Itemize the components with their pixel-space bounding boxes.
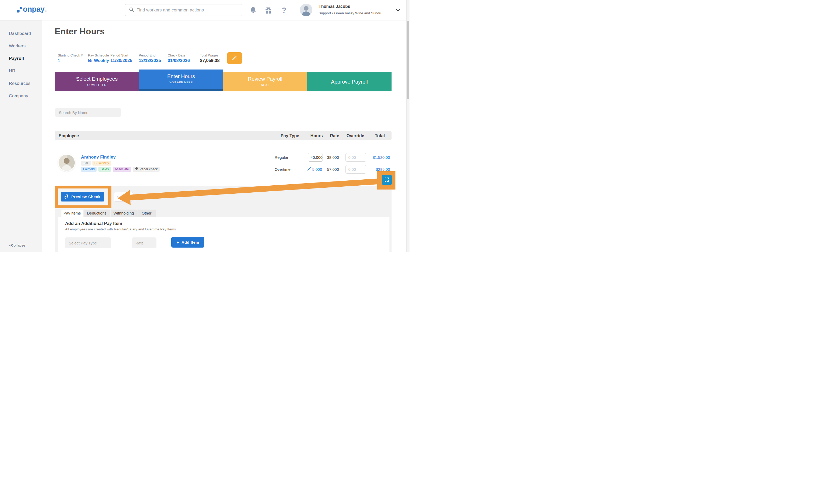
pencil-icon — [307, 167, 311, 172]
check-date-value: 01/08/2026 — [168, 58, 190, 63]
onpay-logo-text: onpay — [23, 5, 45, 13]
sidebar-item-company[interactable]: Company — [0, 90, 42, 102]
regular-total: $1,520.00 — [364, 155, 390, 160]
table-header: Employee Pay Type Hours Rate Override To… — [55, 131, 392, 140]
page-scrollbar[interactable] — [406, 0, 409, 252]
annotation-preview-check-highlight: Preview Check — [55, 186, 111, 208]
global-search-input[interactable] — [136, 8, 242, 13]
pen-check-icon — [65, 194, 69, 199]
total-wages-value: $7,059.38 — [200, 58, 220, 63]
payment-method-badge: Paper check — [133, 167, 160, 172]
payroll-progress-steps: Select Employees COMPLETED Enter Hours Y… — [55, 70, 392, 91]
employee-name-link[interactable]: Anthony Findley — [81, 155, 116, 160]
col-pay-type: Pay Type — [281, 133, 299, 138]
overtime-override-input[interactable] — [345, 165, 366, 174]
notifications-bell-icon[interactable] — [249, 6, 257, 14]
employee-badges-row2: Fairfield Sales Associate Paper check — [81, 167, 160, 172]
chevron-down-icon[interactable] — [396, 8, 400, 12]
tab-withholding[interactable]: Withholding — [111, 210, 137, 217]
onpay-logo[interactable]: onpay ® — [17, 5, 47, 13]
sidebar-item-resources[interactable]: Resources — [0, 77, 42, 90]
period-start-value: 11/30/2025 — [110, 58, 132, 63]
overtime-rate: 57.000 — [321, 167, 339, 172]
user-name: Thomas Jacobs — [319, 4, 350, 9]
sidebar-item-payroll[interactable]: Payroll — [0, 52, 42, 65]
summary-check-date: Check Date 01/08/2026 — [168, 53, 190, 63]
preview-check-button[interactable]: Preview Check — [61, 192, 104, 201]
sidebar-item-hr[interactable]: HR — [0, 65, 42, 77]
period-end-value: 12/13/2025 — [139, 58, 161, 63]
employee-badges-row1: 101 Bi-Weekly — [81, 161, 111, 166]
overtime-hours-link[interactable]: 5.000 — [297, 167, 322, 172]
step-approve-payroll[interactable]: Approve Payroll — [307, 72, 392, 91]
select-pay-type-input[interactable] — [65, 237, 111, 248]
user-company: Support • Green Valley Wine and Sundri..… — [319, 11, 388, 15]
department-badge: Sales — [98, 167, 111, 172]
step-review-payroll[interactable]: Review Payroll NEXT — [223, 72, 307, 91]
onpay-logo-mark-icon — [17, 5, 22, 13]
add-item-button[interactable]: + Add Item — [171, 237, 204, 248]
magic-wand-icon — [232, 55, 237, 61]
printer-icon — [135, 167, 138, 172]
add-pay-item-subtitle: All employees are created with Regular/S… — [65, 227, 176, 231]
expand-icon — [385, 178, 389, 182]
expand-row-button[interactable] — [382, 175, 392, 185]
sidebar-collapse-button[interactable]: ◂Collapse — [9, 243, 25, 247]
col-hours: Hours — [302, 133, 323, 138]
employee-avatar — [59, 155, 75, 171]
collapse-icon: ◂ — [9, 244, 10, 247]
plus-icon: + — [177, 240, 179, 245]
summary-pay-schedule: Pay Schedule Bi-Weekly — [88, 53, 109, 63]
step-enter-hours[interactable]: Enter Hours YOU ARE HERE — [139, 70, 223, 91]
regular-override-input[interactable] — [345, 153, 366, 162]
search-by-name-input[interactable] — [55, 108, 121, 117]
tab-pay-items[interactable]: Pay Items — [61, 210, 83, 217]
summary-total-wages: Total Wages $7,059.38 — [200, 53, 220, 63]
sidebar-item-workers[interactable]: Workers — [0, 40, 42, 52]
gift-icon[interactable] — [264, 6, 272, 14]
step-select-employees[interactable]: Select Employees COMPLETED — [55, 72, 139, 91]
col-override: Override — [346, 133, 364, 138]
pay-schedule-value: Bi-Weekly — [88, 58, 109, 63]
close-button[interactable]: × Close — [114, 192, 133, 201]
starting-check-value: 1 — [58, 58, 83, 63]
header-divider — [294, 0, 294, 20]
user-avatar[interactable] — [300, 4, 312, 16]
col-employee: Employee — [59, 133, 79, 138]
employee-id-badge: 101 — [81, 161, 91, 166]
summary-period-end: Period End 12/13/2025 — [139, 53, 161, 63]
tab-deductions[interactable]: Deductions — [84, 210, 110, 217]
job-title-badge: Associate — [113, 167, 131, 172]
close-x-icon: × — [117, 195, 119, 199]
search-icon — [129, 7, 134, 13]
pay-item-rate-input[interactable] — [132, 237, 156, 248]
location-badge: Fairfield — [81, 167, 97, 172]
col-rate: Rate — [326, 133, 339, 138]
annotation-preview-inner: Preview Check — [58, 188, 108, 205]
active-step-strip — [139, 89, 223, 91]
help-icon[interactable]: ? — [280, 6, 288, 14]
sidebar-item-dashboard[interactable]: Dashboard — [0, 27, 42, 40]
tab-other[interactable]: Other — [137, 210, 156, 217]
scrollbar-thumb[interactable] — [407, 21, 409, 99]
edit-payroll-wand-button[interactable] — [227, 52, 242, 64]
sidebar-nav: Dashboard Workers Payroll HR Resources C… — [0, 20, 42, 252]
global-search[interactable] — [125, 4, 242, 16]
add-pay-item-title: Add an Additional Pay Item — [65, 221, 122, 226]
top-header: onpay ® ? Thomas Jacobs Support • Green … — [0, 0, 409, 20]
summary-starting-check: Starting Check # 1 — [58, 53, 83, 63]
regular-rate: 38.000 — [321, 155, 339, 160]
pay-schedule-badge: Bi-Weekly — [92, 161, 111, 166]
pay-type-overtime: Overtime — [275, 167, 291, 172]
summary-period-start: Period Start 11/30/2025 — [110, 53, 132, 63]
registered-trademark: ® — [45, 10, 47, 13]
col-total: Total — [364, 133, 385, 138]
annotation-expand-highlight — [377, 171, 395, 190]
page-title: Enter Hours — [55, 27, 105, 36]
pay-type-regular: Regular — [275, 155, 288, 160]
overtime-total: $285.00 — [364, 167, 390, 172]
